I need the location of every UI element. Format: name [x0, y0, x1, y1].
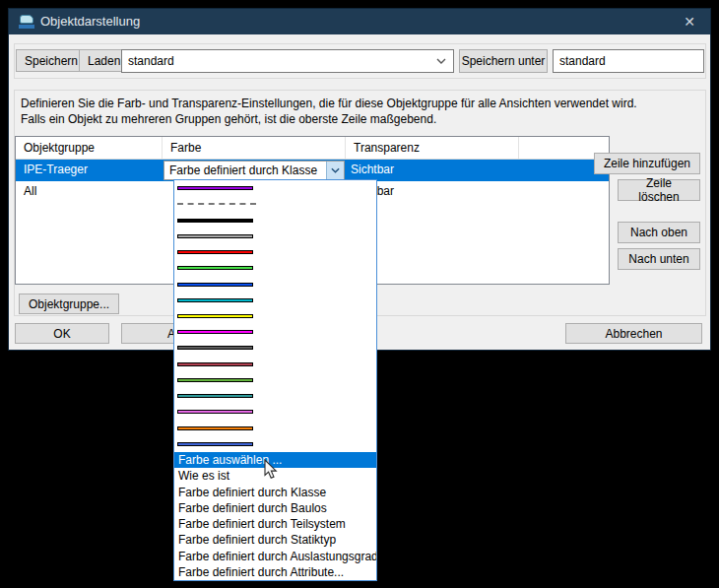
save-as-button[interactable]: Speichern unter	[459, 49, 548, 73]
move-up-button[interactable]: Nach oben	[618, 222, 700, 243]
color-line-swatch	[177, 426, 253, 430]
color-line-swatch	[177, 346, 253, 350]
color-line-swatch	[177, 394, 253, 398]
chevron-down-icon	[331, 167, 340, 173]
window-title: Objektdarstellung	[40, 14, 140, 29]
app-icon	[19, 14, 35, 30]
color-line-swatch	[177, 410, 253, 414]
color-line-swatch	[177, 378, 253, 382]
color-line-swatch	[177, 250, 253, 254]
color-swatch-item[interactable]	[174, 212, 376, 228]
title-bar[interactable]: Objektdarstellung ✕	[9, 9, 710, 34]
cell-objektgruppe: All	[24, 184, 36, 198]
farbe-combobox-arrow[interactable]	[326, 162, 344, 179]
description-line-2: Falls ein Objekt zu mehreren Gruppen geh…	[21, 111, 700, 127]
color-swatch-item[interactable]	[174, 357, 376, 372]
profile-combobox-value: standard	[128, 54, 174, 68]
delete-row-button[interactable]: Zeile löschen	[618, 179, 700, 201]
color-swatch-item[interactable]	[174, 372, 376, 388]
color-swatch-item[interactable]	[174, 276, 376, 292]
save-button[interactable]: Speichern	[16, 49, 87, 72]
object-group-button[interactable]: Objektgruppe...	[19, 294, 119, 314]
color-swatch-item[interactable]	[174, 340, 376, 356]
color-swatch-item[interactable]	[174, 308, 376, 324]
color-line-swatch	[177, 219, 253, 223]
dropdown-option[interactable]: Farbe definiert durch Statiktyp	[174, 532, 376, 548]
cell-transparenz: Sichtbar	[351, 163, 394, 176]
color-swatch-item[interactable]	[174, 388, 376, 404]
desktop-background: Objektdarstellung ✕ Speichern Laden stan…	[0, 0, 719, 588]
description-text: Definieren Sie die Farb- und Transparenz…	[21, 96, 700, 127]
color-line-swatch	[177, 442, 253, 446]
color-line-swatch	[177, 314, 253, 318]
column-header-objektgruppe[interactable]: Objektgruppe	[16, 137, 163, 159]
color-swatch-item[interactable]	[174, 244, 376, 260]
profile-combobox[interactable]: standard	[121, 49, 454, 73]
dropdown-option[interactable]: Farbe definiert durch Baulos	[174, 500, 376, 516]
ok-button[interactable]: OK	[15, 323, 109, 344]
mouse-cursor	[264, 459, 278, 480]
move-down-button[interactable]: Nach unten	[618, 248, 700, 270]
description-line-1: Definieren Sie die Farb- und Transparenz…	[21, 96, 700, 111]
color-line-swatch	[177, 283, 253, 287]
save-as-input[interactable]	[553, 49, 704, 73]
color-swatch-item[interactable]	[174, 229, 376, 244]
color-line-swatch	[177, 234, 253, 238]
dropdown-option[interactable]: Farbe definiert durch Attribute...	[174, 564, 376, 580]
color-swatch-item[interactable]	[174, 180, 376, 196]
farbe-combobox-value: Farbe definiert durch Klasse	[169, 163, 317, 177]
add-row-button[interactable]: Zeile hinzufügen	[594, 153, 700, 174]
cell-objektgruppe: IPE-Traeger	[24, 163, 88, 176]
column-header-transparenz[interactable]: Transparenz	[346, 137, 519, 159]
color-swatch-item[interactable]	[174, 421, 376, 436]
farbe-combobox[interactable]: Farbe definiert durch Klasse	[163, 161, 345, 180]
color-line-swatch	[177, 203, 256, 205]
color-line-swatch	[177, 330, 253, 334]
chevron-down-icon	[436, 58, 446, 64]
color-line-swatch	[177, 266, 253, 270]
color-swatch-item[interactable]	[174, 196, 376, 212]
color-swatch-item[interactable]	[174, 260, 376, 276]
color-line-swatch	[177, 186, 253, 190]
color-swatch-item[interactable]	[174, 293, 376, 308]
column-header-farbe[interactable]: Farbe	[163, 137, 346, 159]
table-row-selected[interactable]: IPE-Traeger Farbe definiert durch Klasse…	[16, 160, 609, 181]
dropdown-option[interactable]: Farbe definiert durch Klasse	[174, 484, 376, 499]
color-dropdown: Farbe auswählen ...Wie es istFarbe defin…	[173, 179, 377, 581]
table-header: Objektgruppe Farbe Transparenz	[16, 137, 609, 160]
color-swatch-item[interactable]	[174, 436, 376, 452]
dropdown-option[interactable]: Farbe definiert durch Teilsystem	[174, 516, 376, 532]
dropdown-option[interactable]: Farbe definiert durch Auslastungsgrad...	[174, 548, 376, 563]
color-swatch-item[interactable]	[174, 324, 376, 340]
close-icon[interactable]: ✕	[679, 12, 700, 32]
color-line-swatch	[177, 298, 253, 302]
cancel-button[interactable]: Abbrechen	[565, 323, 702, 344]
color-swatch-item[interactable]	[174, 404, 376, 420]
color-line-swatch	[177, 362, 253, 366]
